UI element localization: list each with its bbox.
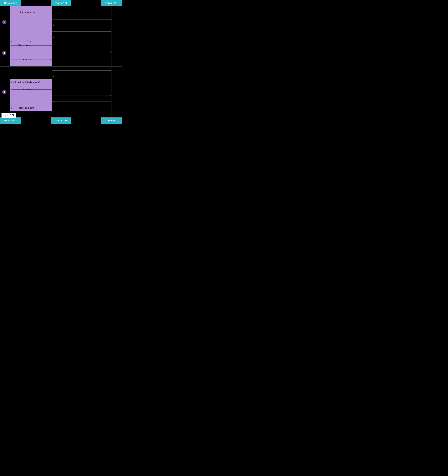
arrow-filter-read: Filter.read [11,88,52,91]
arrow-hal-configure [52,51,111,53]
header-tis: TIS section [0,0,21,6]
header-gap1 [21,0,51,6]
arrow-filter-configure-label: Filter.configure [17,44,32,46]
arrow-filter-read-label: Filter.read [23,88,33,91]
arrow-hal-1-right [52,18,111,21]
arrow-tuner-open-filter-label: Tuner.openFilter [20,11,35,13]
arrow-hal-start-right [52,69,111,72]
arrow-tuner-open-filter: Tuner.openFilter [11,11,52,13]
footer-tis-label: TIS section [4,119,17,122]
arrow-hal-read-left [52,101,111,103]
section-2-block [10,43,52,66]
step-3-circle: 3 [2,90,6,94]
arrow-hal-1-left [52,24,111,26]
arrow-hal-read-right [52,95,111,97]
divider-2-gap [0,66,122,67]
section-3-block [10,79,52,111]
arrow-filter-start: Filter.start [11,58,52,61]
step-1-circle: 1 [2,20,6,24]
step-2-circle: 2 [2,51,6,55]
header-gap2 [71,0,101,6]
header-tis-label: TIS section [4,2,17,5]
footer-gap1 [21,118,51,124]
arrow-hal-2-right [52,30,111,33]
lifeline-tuner-hal [112,6,112,118]
main-diagram: 1 Tuner.openFilter [0,6,122,118]
arrow-filter-return-label: Filter [27,40,31,42]
header-tuner-hal-label: Tuner HAL [105,2,118,5]
footer-tuner-api: Tuner API [51,118,71,124]
header-bar: TIS section Tuner API Tuner HAL [0,0,122,6]
footer-tis: TIS section [0,118,21,124]
footer-bar: TIS section Tuner API Tuner HAL [0,118,122,124]
footer-tuner-hal-label: Tuner HAL [105,119,118,122]
arrow-filter-configure: Filter.configure [11,44,52,46]
arrow-on-filter-event: onFilterEvent(SectionEvent) [11,81,52,83]
arrow-filter-output-data-label: filter output data [19,107,34,109]
build-psi-box: build PSI [1,113,16,118]
header-tuner-hal: Tuner HAL [101,0,122,6]
arrow-filter-return: Filter [11,40,52,42]
arrow-on-filter-event-label: onFilterEvent(SectionEvent) [13,81,40,83]
arrow-hal-2-left [52,36,111,38]
header-tuner-api: Tuner API [51,0,71,6]
header-tuner-api-label: Tuner API [55,2,67,5]
arrow-filter-start-label: Filter.start [23,58,32,61]
arrow-hal-start-left [52,75,111,77]
footer-tuner-hal: Tuner HAL [101,118,122,124]
sequence-diagram: TIS section Tuner API Tuner HAL 1 Tuner.… [0,0,122,124]
footer-gap2 [71,118,101,124]
arrow-filter-output-data: filter output data [11,107,52,109]
build-psi-label: build PSI [4,114,14,117]
footer-tuner-api-label: Tuner API [55,119,67,122]
